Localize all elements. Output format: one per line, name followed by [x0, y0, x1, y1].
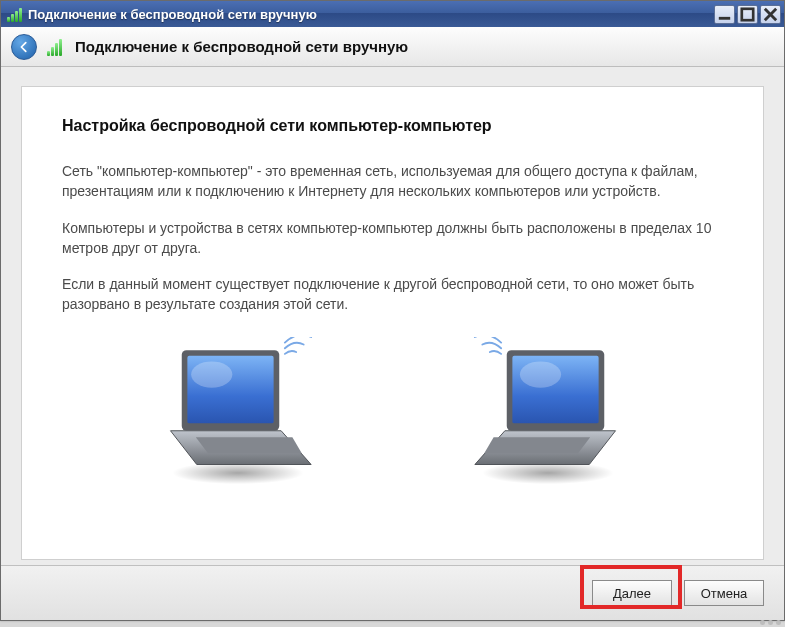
description-paragraph-1: Сеть "компьютер-компьютер" - это временн… [62, 161, 723, 202]
sub-header: Подключение к беспроводной сети вручную [1, 27, 784, 67]
window-controls [714, 5, 781, 24]
wizard-window: Подключение к беспроводной сети вручную … [0, 0, 785, 621]
description-paragraph-2: Компьютеры и устройства в сетях компьюте… [62, 218, 723, 259]
wifi-signal-icon [7, 6, 23, 22]
laptops-illustration [62, 337, 723, 487]
maximize-button[interactable] [737, 5, 758, 24]
svg-point-11 [519, 361, 560, 387]
svg-point-4 [172, 461, 303, 484]
content-panel: Настройка беспроводной сети компьютер-ко… [21, 86, 764, 560]
svg-point-8 [482, 461, 613, 484]
close-button[interactable] [760, 5, 781, 24]
svg-rect-1 [742, 8, 753, 19]
description-paragraph-3: Если в данный момент существует подключе… [62, 274, 723, 315]
svg-point-7 [191, 361, 232, 387]
page-indicator-dots [760, 620, 781, 625]
window-title: Подключение к беспроводной сети вручную [28, 7, 714, 22]
minimize-button[interactable] [714, 5, 735, 24]
wifi-signal-icon [47, 38, 65, 56]
footer-bar: Далее Отмена [1, 565, 784, 620]
page-heading: Настройка беспроводной сети компьютер-ко… [62, 117, 723, 135]
laptop-right-icon [463, 337, 633, 487]
next-button[interactable]: Далее [592, 580, 672, 606]
titlebar[interactable]: Подключение к беспроводной сети вручную [1, 1, 784, 27]
cancel-button[interactable]: Отмена [684, 580, 764, 606]
laptop-left-icon [153, 337, 323, 487]
sub-header-title: Подключение к беспроводной сети вручную [75, 38, 408, 55]
back-button[interactable] [11, 34, 37, 60]
